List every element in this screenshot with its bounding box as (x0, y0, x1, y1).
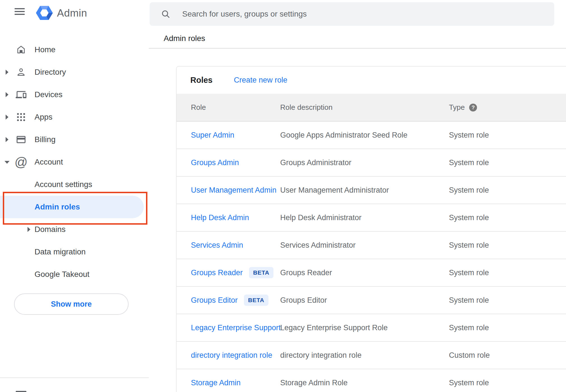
role-link[interactable]: Services Admin (191, 241, 243, 250)
search-input[interactable] (182, 9, 554, 19)
table-header-row: Role Role description Type ? (177, 94, 566, 122)
help-icon[interactable]: ? (469, 104, 477, 111)
sidebar-item-domains[interactable]: Domains (0, 218, 149, 241)
role-type: System role (449, 323, 489, 332)
role-description: Legacy Enterprise Support Role (280, 323, 388, 332)
person-icon (16, 67, 26, 78)
roles-panel-header: Roles Create new role (177, 67, 566, 94)
table-row: Super Admin Google Apps Administrator Se… (177, 122, 566, 149)
beta-badge: BETA (249, 267, 274, 278)
devices-icon (16, 89, 26, 100)
role-link[interactable]: Help Desk Admin (191, 213, 249, 222)
role-link[interactable]: Groups Admin (191, 158, 239, 167)
sidebar-item-directory[interactable]: Directory (0, 61, 149, 83)
sidebar-item-apps[interactable]: Apps (0, 106, 149, 128)
credit-card-icon (16, 134, 26, 145)
role-description: Groups Administrator (280, 158, 352, 167)
create-new-role-link[interactable]: Create new role (234, 76, 287, 85)
table-row: User Management Admin User Management Ad… (177, 177, 566, 204)
collapse-arrow-icon[interactable] (4, 161, 10, 164)
expand-arrow-icon[interactable] (6, 137, 8, 142)
role-type: System role (449, 241, 489, 250)
sidebar-item-google-takeout[interactable]: Google Takeout (0, 263, 149, 286)
table-row: Legacy Enterprise Support Legacy Enterpr… (177, 314, 566, 342)
role-link[interactable]: Groups Editor (191, 296, 238, 305)
role-type: System role (449, 213, 489, 222)
show-more-button[interactable]: Show more (14, 293, 129, 315)
sidebar-item-billing[interactable]: Billing (0, 128, 149, 151)
apps-grid-icon (16, 112, 26, 122)
sidebar-item-label: Directory (35, 68, 66, 77)
sidebar-item-label: Google Takeout (35, 270, 90, 279)
sidebar-item-label: Domains (35, 225, 65, 234)
role-description: Google Apps Administrator Seed Role (280, 131, 407, 139)
sidebar-item-data-migration[interactable]: Data migration (0, 241, 149, 263)
role-type: System role (449, 131, 489, 140)
role-type: System role (449, 296, 489, 305)
role-link[interactable]: Legacy Enterprise Support (191, 323, 281, 332)
panel-title: Roles (190, 76, 213, 85)
sidebar: Admin Home Directory (0, 0, 149, 392)
table-row: directory integration role directory int… (177, 342, 566, 369)
table-row: Services Admin Services Administrator Sy… (177, 232, 566, 259)
hamburger-menu-icon[interactable] (15, 8, 25, 15)
role-description: User Management Administrator (280, 186, 389, 194)
role-description: Help Desk Administrator (280, 213, 362, 222)
sidebar-divider (0, 377, 149, 378)
expand-arrow-icon[interactable] (6, 70, 8, 75)
column-header-role: Role (177, 103, 280, 112)
sidebar-item-admin-roles[interactable]: Admin roles (0, 196, 149, 218)
sidebar-item-label: Admin roles (35, 202, 80, 211)
expand-arrow-icon[interactable] (28, 227, 30, 232)
role-description: Groups Reader (280, 268, 332, 277)
role-link[interactable]: Groups Reader (191, 268, 243, 277)
table-row: Groups Reader BETA Groups Reader System … (177, 259, 566, 287)
sidebar-item-label: Home (35, 45, 56, 54)
sidebar-item-home[interactable]: Home (0, 38, 149, 61)
role-link[interactable]: Storage Admin (191, 379, 241, 387)
role-link[interactable]: User Management Admin (191, 186, 277, 195)
admin-console-page: { "brand": { "app_name": "Admin" }, "sea… (0, 0, 566, 392)
role-link[interactable]: Super Admin (191, 131, 234, 140)
table-row: Help Desk Admin Help Desk Administrator … (177, 204, 566, 232)
expand-arrow-icon[interactable] (6, 92, 8, 97)
admin-logo-icon (36, 5, 53, 21)
sidebar-item-account-settings[interactable]: Account settings (0, 173, 149, 196)
breadcrumb: Admin roles (164, 34, 205, 43)
sidebar-item-label: Data migration (35, 247, 86, 256)
sidebar-item-label: Devices (35, 90, 63, 99)
role-type: Custom role (449, 351, 490, 360)
sidebar-item-label: Account settings (35, 180, 92, 189)
sidebar-item-devices[interactable]: Devices (0, 83, 149, 106)
header-divider (149, 48, 566, 49)
role-type: System role (449, 268, 489, 277)
roles-panel: Roles Create new role Role Role descript… (176, 66, 566, 392)
beta-badge: BETA (244, 295, 269, 306)
table-row: Groups Admin Groups Administrator System… (177, 149, 566, 177)
home-icon (16, 44, 26, 55)
app-title: Admin (57, 7, 87, 19)
main-content: Admin roles Roles Create new role Role R… (149, 0, 566, 392)
column-header-type: Type ? (449, 103, 566, 112)
sidebar-header: Admin (0, 0, 149, 26)
role-description: Storage Admin Role (280, 379, 348, 387)
search-icon (161, 9, 170, 19)
column-header-type-label: Type (449, 103, 465, 112)
role-type: System role (449, 379, 489, 387)
table-row: Groups Editor BETA Groups Editor System … (177, 287, 566, 314)
role-description: Groups Editor (280, 296, 327, 304)
expand-arrow-icon[interactable] (6, 115, 8, 120)
role-description: Services Administrator (280, 241, 356, 249)
at-sign-icon: @ (16, 157, 26, 167)
sidebar-nav: Home Directory Devices (0, 38, 149, 286)
sidebar-item-label: Account (35, 158, 63, 167)
sidebar-item-account[interactable]: @ Account (0, 151, 149, 173)
role-description: directory integration role (280, 351, 362, 359)
search-bar[interactable] (150, 2, 554, 26)
table-row: Storage Admin Storage Admin Role System … (177, 369, 566, 392)
role-type: System role (449, 158, 489, 167)
column-header-description: Role description (280, 103, 449, 112)
clipped-bottom-icon (16, 391, 26, 392)
role-link[interactable]: directory integration role (191, 351, 272, 360)
sidebar-item-label: Apps (35, 113, 53, 122)
